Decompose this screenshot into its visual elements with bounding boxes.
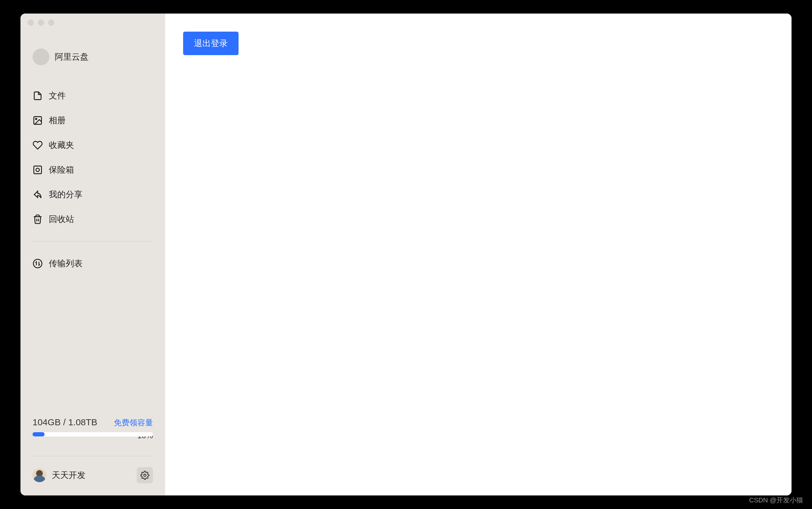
sidebar-item-label: 相册 (49, 115, 66, 126)
main-content: 退出登录 (165, 13, 791, 496)
storage-claim-link[interactable]: 免费领容量 (114, 417, 153, 428)
minimize-window-button[interactable] (38, 20, 44, 26)
sidebar-item-label: 回收站 (49, 213, 74, 225)
sidebar-item-album[interactable]: 相册 (33, 108, 153, 133)
storage-progress-fill (33, 432, 44, 436)
svg-point-3 (36, 168, 39, 171)
sidebar-nav-secondary: 传输列表 (21, 251, 165, 276)
user-name: 天天开发 (52, 470, 86, 481)
svg-rect-2 (34, 166, 41, 174)
trash-icon (33, 214, 43, 225)
image-icon (33, 115, 43, 126)
svg-point-1 (36, 118, 37, 120)
sidebar-item-favorites[interactable]: 收藏夹 (33, 133, 153, 158)
logout-button[interactable]: 退出登录 (183, 32, 239, 55)
gear-icon (140, 471, 149, 480)
sidebar-item-label: 收藏夹 (49, 139, 74, 151)
sidebar-item-label: 文件 (49, 90, 66, 102)
window-controls (28, 20, 54, 26)
file-icon (33, 91, 43, 101)
svg-point-5 (144, 474, 146, 476)
sidebar-item-safebox[interactable]: 保险箱 (33, 158, 153, 182)
sidebar-nav: 文件 相册 收藏夹 保险箱 我的分享 回收站 (21, 77, 165, 232)
brand[interactable]: 阿里云盘 (21, 44, 165, 77)
svg-point-4 (33, 259, 42, 268)
sidebar-item-label: 我的分享 (49, 189, 82, 200)
share-icon (33, 190, 43, 200)
brand-name: 阿里云盘 (55, 51, 89, 63)
app-window: 阿里云盘 文件 相册 收藏夹 保险箱 我的分享 (21, 13, 791, 496)
user-profile[interactable]: 天天开发 (33, 468, 86, 482)
settings-button[interactable] (137, 467, 153, 483)
watermark: CSDN @开发小猫 (749, 496, 803, 505)
sidebar-item-label: 传输列表 (49, 258, 82, 269)
safe-icon (33, 165, 43, 175)
sidebar-divider (33, 241, 153, 242)
sidebar: 阿里云盘 文件 相册 收藏夹 保险箱 我的分享 (21, 13, 165, 496)
sidebar-item-trash[interactable]: 回收站 (33, 207, 153, 232)
maximize-window-button[interactable] (48, 20, 54, 26)
sidebar-item-label: 保险箱 (49, 164, 74, 176)
heart-icon (33, 140, 43, 150)
sidebar-item-files[interactable]: 文件 (33, 83, 153, 108)
brand-avatar (33, 48, 49, 65)
storage-panel: 104GB / 1.08TB 免费领容量 10% (21, 417, 165, 450)
sidebar-item-transfer[interactable]: 传输列表 (33, 251, 153, 276)
user-row: 天天开发 (21, 456, 165, 496)
user-avatar (33, 468, 46, 482)
storage-progress (33, 432, 153, 436)
close-window-button[interactable] (28, 20, 34, 26)
sidebar-item-share[interactable]: 我的分享 (33, 182, 153, 207)
storage-usage: 104GB / 1.08TB (33, 417, 97, 428)
transfer-icon (33, 259, 43, 269)
